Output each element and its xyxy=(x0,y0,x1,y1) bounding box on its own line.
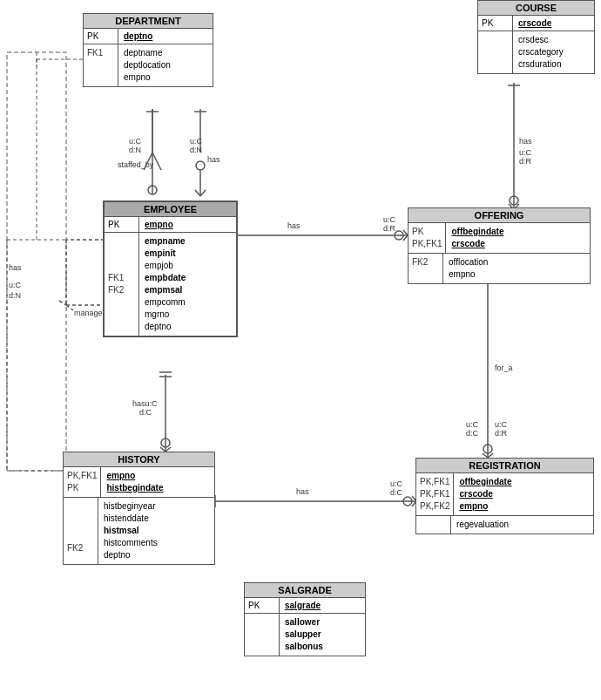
entity-course: COURSE PK crscode crsdesc crscategory cr… xyxy=(477,0,595,74)
offering-pk-attr2: crscode xyxy=(451,238,503,250)
offering-pk-attr1: offbegindate xyxy=(451,226,503,238)
course-pk-attr: crscode xyxy=(513,16,557,31)
svg-text:u:C: u:C xyxy=(129,137,142,146)
hist-fk2-key: FK2 xyxy=(67,542,94,554)
svg-point-37 xyxy=(510,196,518,205)
hist-attr-histmsal: histmsal xyxy=(104,525,158,537)
svg-point-47 xyxy=(483,445,492,453)
svg-text:has: has xyxy=(519,137,532,146)
diagram-container: staffed_by has u:C d:N u:C d:N has u:C d… xyxy=(0,0,601,700)
offering-pk-key1: PK PK,FK1 xyxy=(409,223,446,253)
course-attr-crscategory: crscategory xyxy=(518,46,564,58)
svg-text:hasu:C: hasu:C xyxy=(132,399,158,408)
svg-text:has: has xyxy=(296,487,309,496)
dept-fk1-key: FK1 xyxy=(87,47,114,59)
sal-attrs: sallower salupper salbonus xyxy=(280,614,328,656)
svg-text:d:C: d:C xyxy=(466,429,479,438)
dept-attrs: deptname deptlocation empno xyxy=(118,44,176,86)
emp-fk1-key: FK1 xyxy=(108,272,135,284)
course-attrs: crsdesc crscategory crsduration xyxy=(513,31,569,73)
entity-course-title: COURSE xyxy=(478,1,594,16)
entity-department-title: DEPARTMENT xyxy=(84,14,213,29)
hist-attrs: histbeginyear histenddate histmsal histc… xyxy=(98,498,163,564)
course-attr-crsduration: crsduration xyxy=(518,58,564,71)
emp-pk-key: PK xyxy=(105,217,139,232)
emp-attr-mgrno: mgrno xyxy=(145,309,186,321)
entity-employee: EMPLOYEE PK empno FK1 FK2 empname empini… xyxy=(103,200,238,337)
svg-text:manages: manages xyxy=(74,309,107,317)
svg-text:d:R: d:R xyxy=(383,224,396,233)
reg-attr-regevaluation: regevaluation xyxy=(456,519,509,531)
dept-pk-key: PK xyxy=(84,29,118,44)
svg-point-8 xyxy=(196,161,205,170)
svg-line-23 xyxy=(66,305,73,310)
course-attr-crsdesc: crsdesc xyxy=(518,34,564,46)
svg-text:d:C: d:C xyxy=(390,488,403,497)
entity-employee-title: EMPLOYEE xyxy=(105,202,236,217)
svg-point-30 xyxy=(395,231,403,240)
svg-line-10 xyxy=(195,190,200,196)
svg-line-11 xyxy=(200,190,206,196)
emp-attr-empjob: empjob xyxy=(145,260,186,272)
emp-fk2-key: FK2 xyxy=(108,284,135,296)
svg-text:d:R: d:R xyxy=(495,429,508,438)
sal-attr-salupper: salupper xyxy=(285,629,323,641)
svg-point-65 xyxy=(403,497,412,506)
sal-attr-sallower: sallower xyxy=(285,616,323,629)
dept-pk-attr: deptno xyxy=(118,29,158,44)
reg-pk-attr1: offbegindate xyxy=(459,476,511,488)
svg-text:u:C: u:C xyxy=(9,281,22,289)
entity-history-title: HISTORY xyxy=(64,452,214,467)
entity-registration: REGISTRATION PK,FK1 PK,FK1 PK,FK2 offbeg… xyxy=(415,458,594,534)
svg-text:d:N: d:N xyxy=(129,146,141,154)
sal-pk-key: PK xyxy=(245,598,280,613)
svg-line-22 xyxy=(59,301,66,305)
dept-attr-empno: empno xyxy=(124,71,171,84)
reg-pk-attrs: offbegindate crscode empno xyxy=(454,473,517,515)
offering-attr-offlocation: offlocation xyxy=(449,256,488,268)
reg-pk-keys: PK,FK1 PK,FK1 PK,FK2 xyxy=(416,473,454,515)
hist-pk-attr1: empno xyxy=(106,470,163,482)
reg-attrs: regevaluation xyxy=(451,516,514,533)
svg-line-2 xyxy=(152,153,161,170)
emp-attr-deptno: deptno xyxy=(145,321,186,333)
svg-text:u:C: u:C xyxy=(390,479,403,488)
emp-attr-empmsal: empmsal xyxy=(145,284,186,296)
emp-attr-empcomm: empcomm xyxy=(145,296,186,309)
svg-text:d:N: d:N xyxy=(190,146,202,154)
svg-line-3 xyxy=(144,153,152,170)
emp-attr-empname: empname xyxy=(145,235,186,248)
hist-attr-histcomments: histcomments xyxy=(104,537,158,549)
svg-text:u:C: u:C xyxy=(466,420,479,429)
reg-pk-attr2: crscode xyxy=(459,488,511,500)
svg-text:staffed_by: staffed_by xyxy=(118,160,154,169)
entity-department: DEPARTMENT PK deptno FK1 deptname deptlo… xyxy=(83,13,213,87)
svg-text:u:C: u:C xyxy=(383,215,396,224)
svg-text:u:C: u:C xyxy=(190,137,203,146)
sal-pk-attr: salgrade xyxy=(280,598,326,613)
emp-attrs: empname empinit empjob empbdate empmsal … xyxy=(139,233,191,336)
emp-attr-empinit: empinit xyxy=(145,248,186,260)
history-pk-keys: PK,FK1 PK xyxy=(64,467,101,497)
offering-attr-empno: empno xyxy=(449,268,488,281)
svg-point-58 xyxy=(161,438,170,447)
dept-attr-deptlocation: deptlocation xyxy=(124,59,171,71)
reg-pk-attr3: empno xyxy=(459,500,511,513)
svg-text:u:C: u:C xyxy=(519,148,532,157)
svg-text:d:C: d:C xyxy=(139,408,152,417)
dept-attr-deptname: deptname xyxy=(124,47,171,59)
svg-rect-0 xyxy=(7,52,66,471)
svg-text:d:R: d:R xyxy=(519,157,532,166)
svg-point-4 xyxy=(148,186,157,194)
svg-text:has: has xyxy=(9,263,22,272)
entity-offering: OFFERING PK PK,FK1 offbegindate crscode … xyxy=(408,207,591,284)
svg-text:has: has xyxy=(287,221,300,230)
entity-history: HISTORY PK,FK1 PK empno histbegindate FK… xyxy=(63,452,215,565)
hist-attr-histenddate: histenddate xyxy=(104,513,158,525)
entity-salgrade-title: SALGRADE xyxy=(245,583,365,598)
offering-pk-attrs: offbegindate crscode xyxy=(446,223,509,253)
svg-text:d:N: d:N xyxy=(9,291,21,300)
offering-attrs: offlocation empno xyxy=(443,254,493,283)
hist-attr-histbeginyear: histbeginyear xyxy=(104,500,158,513)
entity-registration-title: REGISTRATION xyxy=(416,459,593,473)
